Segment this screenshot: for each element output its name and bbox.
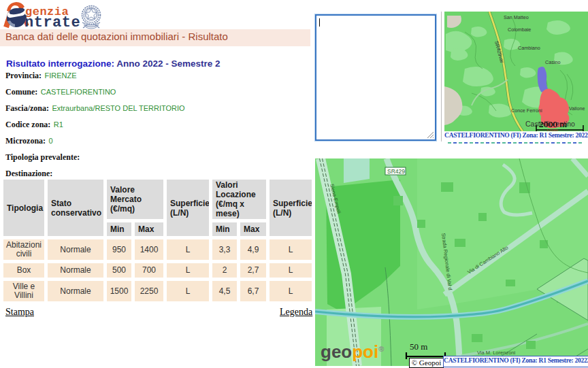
svg-text:SR429: SR429 bbox=[387, 168, 405, 175]
svg-text:Via M. Lorenzoni: Via M. Lorenzoni bbox=[477, 350, 515, 356]
svg-text:2000 m: 2000 m bbox=[539, 119, 567, 129]
svg-text:Cambiano: Cambiano bbox=[518, 45, 540, 51]
svg-text:Conce Ferroni: Conce Ferroni bbox=[511, 107, 542, 114]
svg-text:San Matteo: San Matteo bbox=[504, 14, 529, 20]
svg-text:Colombaie: Colombaie bbox=[508, 27, 531, 33]
svg-text:Casino: Casino bbox=[545, 59, 560, 65]
svg-text:Vallone: Vallone bbox=[569, 105, 585, 112]
